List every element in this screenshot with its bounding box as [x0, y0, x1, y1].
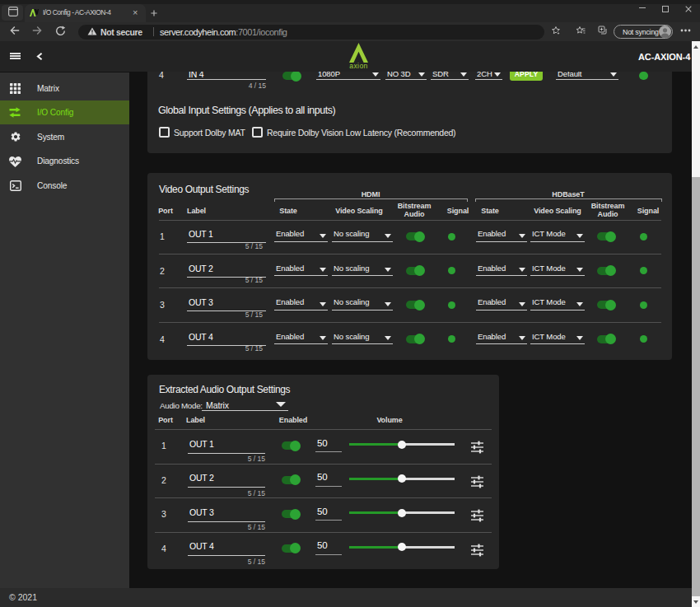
svg-text:axion: axion: [349, 62, 368, 69]
